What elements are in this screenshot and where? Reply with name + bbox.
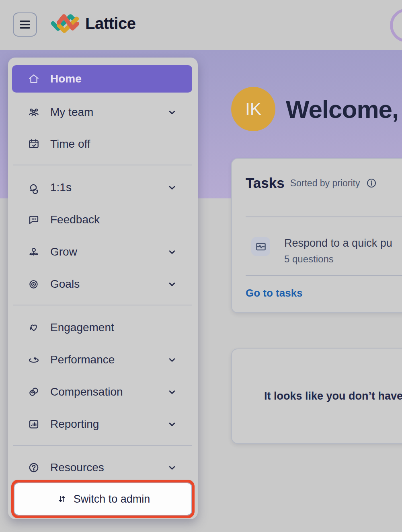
chat-bubbles-icon xyxy=(27,181,40,194)
task-title: Respond to a quick pu xyxy=(284,237,392,250)
user-avatar-ring[interactable] xyxy=(390,8,402,42)
swap-vertical-icon xyxy=(56,493,68,505)
heart-refresh-icon xyxy=(27,321,40,334)
sidebar-item-label: Grow xyxy=(50,245,77,258)
sidebar-item-label: Feedback xyxy=(50,213,100,226)
team-icon xyxy=(27,106,40,119)
home-icon xyxy=(27,72,40,85)
sidebar-item-feedback[interactable]: Feedback xyxy=(12,204,192,236)
brand-name: Lattice xyxy=(85,14,135,33)
switch-to-admin-label: Switch to admin xyxy=(74,493,150,505)
sidebar-item-label: Reporting xyxy=(50,418,99,431)
sidebar-item-label: Time off xyxy=(50,138,90,151)
calendar-check-icon xyxy=(27,138,40,151)
coins-icon xyxy=(27,386,40,398)
target-icon xyxy=(27,278,40,291)
sidebar-item-home[interactable]: Home xyxy=(12,65,192,93)
task-list-item[interactable]: Respond to a quick pu 5 questions xyxy=(251,237,392,265)
divider xyxy=(13,165,192,165)
tasks-title: Tasks xyxy=(246,175,285,191)
lattice-app: Lattice IK Welcome, Tasks Sorted by prio… xyxy=(0,0,402,532)
sidebar-item-1-1s[interactable]: 1:1s xyxy=(12,171,192,204)
cycle-icon xyxy=(27,353,40,366)
menu-toggle-button[interactable] xyxy=(13,12,37,37)
task-subtitle: 5 questions xyxy=(284,254,392,265)
tasks-card: Tasks Sorted by priority Respond to a qu… xyxy=(231,158,402,313)
empty-state-card: It looks like you don’t have xyxy=(231,348,402,444)
go-to-tasks-link[interactable]: Go to tasks xyxy=(246,287,303,299)
sidebar-item-resources[interactable]: Resources xyxy=(12,452,192,484)
welcome-header: IK Welcome, xyxy=(231,87,398,131)
sprout-icon xyxy=(27,245,40,258)
welcome-title: Welcome, xyxy=(286,95,398,124)
switch-admin-highlight: Switch to admin xyxy=(11,480,195,518)
divider xyxy=(13,305,192,305)
avatar[interactable]: IK xyxy=(231,87,275,131)
sidebar-item-grow[interactable]: Grow xyxy=(12,236,192,268)
sidebar-item-time-off[interactable]: Time off xyxy=(12,128,192,160)
chevron-down-icon xyxy=(166,182,178,193)
bar-chart-icon xyxy=(27,418,40,431)
hamburger-icon xyxy=(20,21,30,22)
sidebar-item-label: 1:1s xyxy=(50,181,72,194)
sidebar-item-label: Engagement xyxy=(50,321,114,334)
switch-to-admin-button[interactable]: Switch to admin xyxy=(14,483,192,516)
chevron-down-icon xyxy=(166,419,178,430)
avatar-initials: IK xyxy=(245,99,261,119)
divider xyxy=(246,217,402,217)
feedback-bubble-icon xyxy=(27,213,40,226)
question-circle-icon xyxy=(27,461,40,474)
info-icon[interactable] xyxy=(366,177,377,189)
empty-state-text: It looks like you don’t have xyxy=(264,390,402,402)
chevron-down-icon xyxy=(166,354,178,365)
chevron-down-icon xyxy=(166,278,178,290)
pulse-survey-icon xyxy=(251,237,270,256)
chevron-down-icon xyxy=(166,462,178,473)
sidebar-item-label: Compensation xyxy=(50,386,123,398)
divider xyxy=(246,275,402,276)
divider xyxy=(13,445,192,446)
tasks-sort-label: Sorted by priority xyxy=(290,178,360,189)
sidebar-item-label: Home xyxy=(50,72,82,85)
tasks-card-header: Tasks Sorted by priority xyxy=(246,175,377,191)
brand: Lattice xyxy=(51,12,135,35)
sidebar-item-label: Performance xyxy=(50,353,115,366)
sidebar-item-label: Goals xyxy=(50,278,80,291)
chevron-down-icon xyxy=(166,246,178,258)
sidebar-item-label: My team xyxy=(50,106,93,119)
sidebar-item-goals[interactable]: Goals xyxy=(12,268,192,300)
topbar: Lattice xyxy=(0,0,402,50)
sidebar-item-label: Resources xyxy=(50,461,104,474)
chevron-down-icon xyxy=(166,107,178,118)
chevron-down-icon xyxy=(166,386,178,398)
lattice-logo-icon xyxy=(51,12,81,35)
sidebar-menu: Home My team Time off xyxy=(8,58,198,519)
sidebar-item-compensation[interactable]: Compensation xyxy=(12,376,192,408)
sidebar-item-engagement[interactable]: Engagement xyxy=(12,311,192,344)
sidebar-item-reporting[interactable]: Reporting xyxy=(12,408,192,440)
sidebar-item-performance[interactable]: Performance xyxy=(12,344,192,376)
sidebar-item-my-team[interactable]: My team xyxy=(12,96,192,128)
